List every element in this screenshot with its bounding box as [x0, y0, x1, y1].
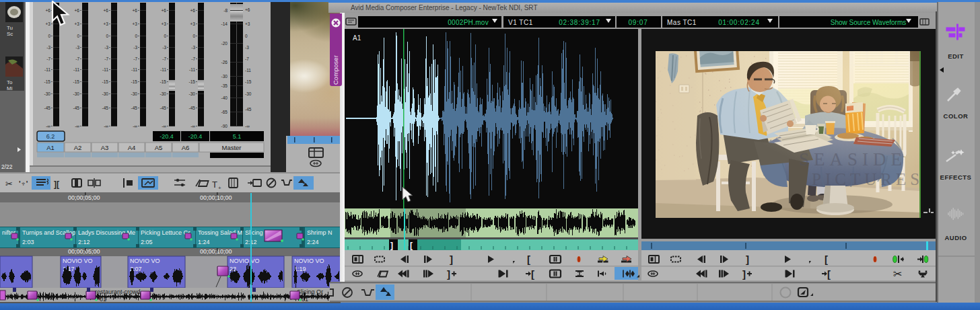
svg-text:A1: A1	[353, 34, 361, 42]
svg-text:[: [	[531, 268, 534, 280]
svg-text:AUDIO: AUDIO	[944, 234, 967, 241]
svg-text:SEASIDE: SEASIDE	[799, 149, 907, 169]
svg-text:]: ]	[742, 268, 746, 280]
svg-text:]: ]	[746, 254, 749, 265]
svg-text:]: ]	[450, 254, 453, 265]
svg-text:[: [	[410, 241, 413, 250]
svg-text:COLOR: COLOR	[944, 112, 969, 120]
svg-text:[: [	[827, 268, 831, 280]
svg-text:EDIT: EDIT	[948, 52, 964, 60]
svg-text:✂: ✂	[893, 268, 902, 280]
svg-text:PICTURES: PICTURES	[812, 170, 921, 188]
svg-text:]: ]	[390, 241, 393, 250]
svg-text:]: ]	[447, 268, 450, 280]
svg-text:[: [	[825, 254, 828, 265]
svg-text:EFFECTS: EFFECTS	[940, 173, 972, 181]
svg-text:[: [	[527, 254, 530, 265]
svg-text:Composer: Composer	[332, 55, 339, 85]
